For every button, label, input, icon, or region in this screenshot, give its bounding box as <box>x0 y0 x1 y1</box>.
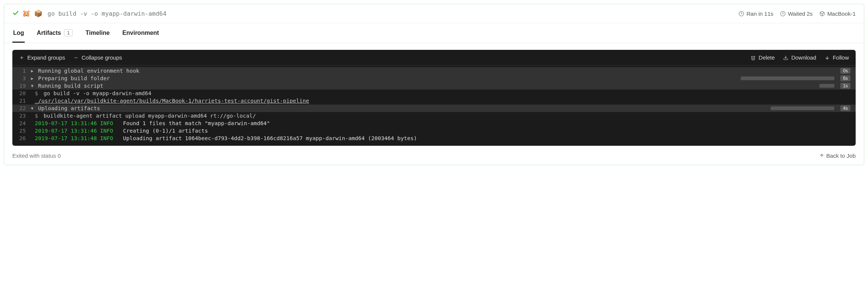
artifacts-count-badge: 1 <box>64 29 73 36</box>
waited-label: Waited 2s <box>788 10 813 17</box>
clock-icon <box>739 11 744 16</box>
line-number: 1 <box>12 68 30 74</box>
job-panel: 🐹 📦 go build -v -o myapp-darwin-amd64 Ra… <box>4 4 864 165</box>
waited-meta: Waited 2s <box>780 10 813 17</box>
back-to-job-link[interactable]: Back to Job <box>819 153 856 159</box>
line-number: 20 <box>12 90 30 96</box>
tab-log-label: Log <box>13 30 24 36</box>
job-command-title: go build -v -o myapp-darwin-amd64 <box>48 10 166 17</box>
collapse-groups-button[interactable]: Collapse groups <box>73 54 122 61</box>
download-label: Download <box>791 54 816 61</box>
ran-in-label: Ran in 11s <box>746 10 773 17</box>
line-number: 3 <box>12 75 30 81</box>
delete-button[interactable]: Delete <box>751 54 775 61</box>
log-group-header[interactable]: 22▼ Uploading artifacts4s <box>12 105 856 112</box>
expand-groups-label: Expand groups <box>27 54 65 61</box>
log-text: 2019-07-17 13:31:46 INFO Found 1 files t… <box>35 120 850 126</box>
line-number: 22 <box>12 105 30 111</box>
tab-environment-label: Environment <box>122 30 159 36</box>
package-icon: 📦 <box>34 9 42 18</box>
duration-badge: 6s <box>840 75 850 81</box>
download-icon <box>783 55 788 60</box>
agent-meta: MacBook-1 <box>819 10 856 17</box>
job-header: 🐹 📦 go build -v -o myapp-darwin-amd64 Ra… <box>4 4 864 23</box>
log-text: Uploading artifacts <box>35 105 771 111</box>
log-toolbar: Expand groups Collapse groups Delete Dow… <box>12 50 856 65</box>
tab-environment[interactable]: Environment <box>122 24 160 43</box>
log-body[interactable]: 1▶ Running global environment hook0s3▶ P… <box>12 65 856 146</box>
log-text: $ buildkite-agent artifact upload myapp-… <box>35 113 850 119</box>
expand-groups-button[interactable]: Expand groups <box>19 54 65 61</box>
tab-bar: Log Artifacts 1 Timeline Environment <box>4 23 864 43</box>
job-footer: Exited with status 0 Back to Job <box>4 150 864 165</box>
line-number: 24 <box>12 120 30 126</box>
agent-label: MacBook-1 <box>827 10 856 17</box>
log-line: 21_/usr/local/var/buildkite-agent/builds… <box>12 97 856 105</box>
log-text: $ go build -v -o myapp-darwin-amd64 <box>35 90 850 96</box>
log-line: 252019-07-17 13:31:46 INFO Creating (0-1… <box>12 127 856 135</box>
duration-badge: 1s <box>840 83 850 89</box>
log-line: 20$ go build -v -o myapp-darwin-amd64 <box>12 90 856 97</box>
line-number: 26 <box>12 135 30 141</box>
status-passed-icon <box>12 10 19 18</box>
log-text: _/usr/local/var/buildkite-agent/builds/M… <box>35 98 850 104</box>
log-group-header[interactable]: 19▼ Running build script1s <box>12 82 856 90</box>
arrow-down-icon <box>825 55 830 60</box>
log-group-header[interactable]: 1▶ Running global environment hook0s <box>12 67 856 75</box>
line-number: 19 <box>12 83 30 89</box>
log-line: 262019-07-17 13:31:48 INFO Uploading art… <box>12 135 856 142</box>
back-to-job-label: Back to Job <box>826 153 856 159</box>
line-number: 25 <box>12 128 30 134</box>
follow-label: Follow <box>833 54 849 61</box>
tab-log[interactable]: Log <box>12 24 25 43</box>
caret-icon: ▶ <box>30 76 35 81</box>
duration-bar <box>819 84 834 88</box>
download-button[interactable]: Download <box>783 54 816 61</box>
log-text: Running global environment hook <box>35 68 837 74</box>
tab-timeline[interactable]: Timeline <box>85 24 110 43</box>
log-container: Expand groups Collapse groups Delete Dow… <box>4 43 864 150</box>
caret-icon: ▼ <box>30 106 35 111</box>
duration-bar <box>741 76 834 80</box>
log-text: 2019-07-17 13:31:46 INFO Creating (0-1)/… <box>35 128 850 134</box>
cube-icon <box>819 11 825 16</box>
log-text: Preparing build folder <box>35 75 741 81</box>
arrow-up-icon <box>819 153 824 158</box>
minus-icon <box>73 55 79 60</box>
duration-badge: 0s <box>840 68 850 74</box>
log-line: 23$ buildkite-agent artifact upload myap… <box>12 112 856 120</box>
log-group-header[interactable]: 3▶ Preparing build folder6s <box>12 75 856 82</box>
line-number: 23 <box>12 113 30 119</box>
line-number: 21 <box>12 98 30 104</box>
tab-timeline-label: Timeline <box>85 30 110 36</box>
follow-button[interactable]: Follow <box>825 54 849 61</box>
trash-icon <box>751 55 756 60</box>
caret-icon: ▶ <box>30 69 35 73</box>
tab-artifacts[interactable]: Artifacts 1 <box>36 23 73 43</box>
exit-status: Exited with status 0 <box>12 153 61 159</box>
delete-label: Delete <box>759 54 775 61</box>
caret-icon: ▼ <box>30 84 35 88</box>
collapse-groups-label: Collapse groups <box>82 54 122 61</box>
plus-icon <box>19 55 24 60</box>
ran-in-meta: Ran in 11s <box>739 10 773 17</box>
tab-artifacts-label: Artifacts <box>37 30 61 36</box>
gopher-icon: 🐹 <box>22 9 30 18</box>
duration-badge: 4s <box>840 105 850 111</box>
clock-icon <box>780 11 786 16</box>
log-text: 2019-07-17 13:31:48 INFO Uploading artif… <box>35 135 850 141</box>
duration-bar <box>771 106 834 110</box>
log-line: 242019-07-17 13:31:46 INFO Found 1 files… <box>12 120 856 127</box>
log-text: Running build script <box>35 83 819 89</box>
